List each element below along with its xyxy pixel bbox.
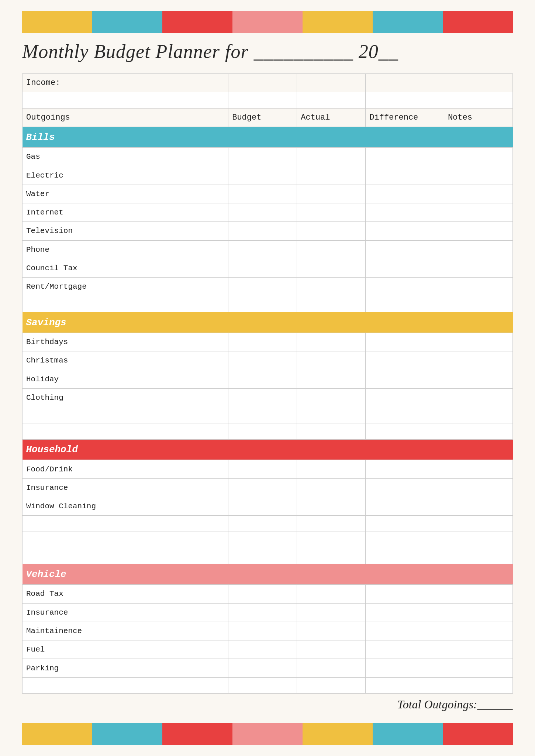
item-rent-mortgage: Rent/Mortgage <box>23 278 228 296</box>
top-bar-seg-3 <box>162 11 232 33</box>
income-actual-cell <box>297 74 366 92</box>
page-wrapper: Monthly Budget Planner for __________ 20… <box>0 0 535 756</box>
row-road-tax: Road Tax <box>23 585 513 603</box>
vehicle-empty-1 <box>23 677 513 694</box>
item-maintainence: Maintainence <box>23 622 228 640</box>
bottom-bar-seg-1 <box>22 723 92 745</box>
top-bar-seg-5 <box>303 11 373 33</box>
row-water: Water <box>23 185 513 203</box>
item-internet: Internet <box>23 203 228 221</box>
category-header-savings: Savings <box>23 312 513 333</box>
top-bar-seg-2 <box>92 11 162 33</box>
col-header-actual: Actual <box>297 109 366 127</box>
row-food-drink: Food/Drink <box>23 460 513 478</box>
item-council-tax: Council Tax <box>23 259 228 277</box>
item-phone: Phone <box>23 240 228 259</box>
bottom-bar-seg-5 <box>303 723 373 745</box>
row-television: Television <box>23 222 513 240</box>
row-electric: Electric <box>23 166 513 185</box>
category-header-household: Household <box>23 439 513 460</box>
col-header-notes: Notes <box>444 109 512 127</box>
row-phone: Phone <box>23 240 513 259</box>
bills-empty-1 <box>23 296 513 312</box>
row-holiday: Holiday <box>23 370 513 388</box>
row-parking: Parking <box>23 659 513 677</box>
bottom-bar-seg-3 <box>162 723 232 745</box>
income-diff-cell <box>366 74 444 92</box>
savings-empty-2 <box>23 423 513 439</box>
item-gas: Gas <box>23 148 228 166</box>
page-title: Monthly Budget Planner for __________ 20… <box>22 41 513 62</box>
bottom-bar-seg-4 <box>232 723 303 745</box>
vehicle-label: Vehicle <box>23 564 513 585</box>
row-birthdays: Birthdays <box>23 333 513 351</box>
item-road-tax: Road Tax <box>23 585 228 603</box>
item-christmas: Christmas <box>23 351 228 370</box>
item-television: Television <box>23 222 228 240</box>
household-empty-1 <box>23 516 513 532</box>
row-window-cleaning: Window Cleaning <box>23 497 513 515</box>
item-insurance-household: Insurance <box>23 478 228 497</box>
item-water: Water <box>23 185 228 203</box>
household-label: Household <box>23 439 513 460</box>
savings-label: Savings <box>23 312 513 333</box>
item-electric: Electric <box>23 166 228 185</box>
row-gas: Gas <box>23 148 513 166</box>
bottom-bar-seg-6 <box>373 723 443 745</box>
row-clothing: Clothing <box>23 388 513 407</box>
household-empty-3 <box>23 548 513 564</box>
bottom-bar-seg-7 <box>443 723 513 745</box>
bottom-bar-seg-2 <box>92 723 162 745</box>
row-maintainence: Maintainence <box>23 622 513 640</box>
item-food-drink: Food/Drink <box>23 460 228 478</box>
col-header-budget: Budget <box>228 109 297 127</box>
item-clothing: Clothing <box>23 388 228 407</box>
total-row: Total Outgoings:______ <box>23 694 513 715</box>
item-insurance-vehicle: Insurance <box>23 603 228 622</box>
category-header-bills: Bills <box>23 127 513 148</box>
row-insurance-vehicle: Insurance <box>23 603 513 622</box>
top-bar-seg-6 <box>373 11 443 33</box>
budget-table: Income: Outgoings Budget Actual Differen… <box>22 73 513 715</box>
savings-empty-1 <box>23 407 513 423</box>
row-rent-mortgage: Rent/Mortgage <box>23 278 513 296</box>
row-internet: Internet <box>23 203 513 221</box>
top-bar-seg-4 <box>232 11 303 33</box>
row-fuel: Fuel <box>23 640 513 659</box>
top-color-bar <box>22 11 513 33</box>
item-window-cleaning: Window Cleaning <box>23 497 228 515</box>
item-holiday: Holiday <box>23 370 228 388</box>
item-fuel: Fuel <box>23 640 228 659</box>
row-christmas: Christmas <box>23 351 513 370</box>
income-notes-cell <box>444 74 512 92</box>
category-header-vehicle: Vehicle <box>23 564 513 585</box>
row-insurance-household: Insurance <box>23 478 513 497</box>
empty-row-after-income <box>23 92 513 109</box>
income-budget-cell <box>228 74 297 92</box>
column-headers-row: Outgoings Budget Actual Difference Notes <box>23 109 513 127</box>
income-row: Income: <box>23 74 513 92</box>
bills-label: Bills <box>23 127 513 148</box>
income-label: Income: <box>23 74 228 92</box>
row-council-tax: Council Tax <box>23 259 513 277</box>
top-bar-seg-1 <box>22 11 92 33</box>
item-parking: Parking <box>23 659 228 677</box>
col-header-outgoings: Outgoings <box>23 109 228 127</box>
col-header-difference: Difference <box>366 109 444 127</box>
top-bar-seg-7 <box>443 11 513 33</box>
total-outgoings-label: Total Outgoings:______ <box>23 694 513 715</box>
household-empty-2 <box>23 532 513 548</box>
item-birthdays: Birthdays <box>23 333 228 351</box>
bottom-color-bar <box>22 723 513 745</box>
